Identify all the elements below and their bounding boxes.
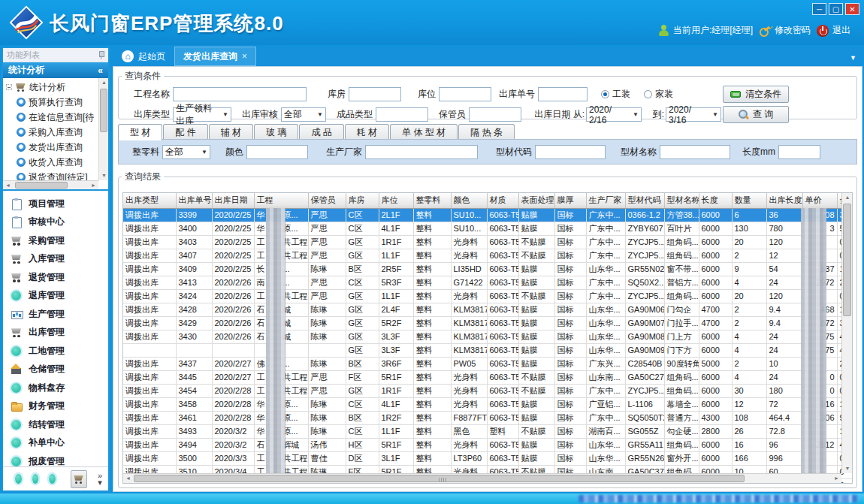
sidebar-item-出库管理[interactable]: 出库管理: [11, 323, 108, 342]
tree-item[interactable]: 采购入库查询: [6, 125, 98, 140]
column-header[interactable]: 生产厂家: [586, 193, 625, 208]
grid-row[interactable]: 调拨出库34582020/2/28华原...陈琳C区4L1F整料光身料6063-…: [123, 397, 853, 411]
grid-row[interactable]: 调拨出库34132020/2/26南...严思C区5R3F整料G71422606…: [123, 276, 853, 289]
tab-close-icon[interactable]: ×: [242, 51, 247, 62]
column-header[interactable]: 库位: [379, 193, 413, 208]
column-header[interactable]: 保管员: [308, 193, 346, 208]
column-header[interactable]: 出库类型: [123, 193, 176, 208]
grid-row[interactable]: 调拨出库34932020/3/2华原...陈琳C区1L1F整料黑色塑料不贴膜国标…: [123, 424, 853, 438]
radio-off-icon[interactable]: [644, 90, 652, 98]
grid-horizontal-scrollbar[interactable]: ◄ ►: [123, 473, 841, 483]
tree-horizontal-scrollbar[interactable]: ◄ ►: [3, 180, 98, 189]
cart-module-button[interactable]: [71, 470, 87, 488]
date-to-picker[interactable]: 2020/ 3/16▼: [666, 107, 721, 122]
pin-icon[interactable]: [98, 51, 104, 59]
sidebar-section-header[interactable]: 统计分析 «: [3, 62, 108, 78]
grid-row[interactable]: 调拨出库35002020/3/3工共工程曹佳D区3L1F整料LT3P606063…: [123, 451, 853, 465]
material-tab-3[interactable]: 辅 材: [209, 124, 253, 140]
scroll-up-arrow[interactable]: ▲: [99, 78, 108, 87]
grid-row[interactable]: 调拨出库34292020/2/26石城陈琳G区5R2F整料KLM38176063…: [123, 316, 853, 330]
scroll-up-arrow[interactable]: ▲: [842, 193, 853, 202]
tree-item[interactable]: 预算执行查询: [6, 95, 98, 110]
material-tab-8[interactable]: 隔 热 条: [458, 124, 515, 140]
sidebar-item-仓储管理[interactable]: 仓储管理: [11, 360, 108, 379]
more-modules-button[interactable]: »▾: [98, 472, 102, 486]
grid-row[interactable]: 调拨出库34282020/2/26石城陈琳G区2L4F整料KLM38176063…: [123, 303, 853, 316]
scroll-down-arrow[interactable]: ▼: [842, 464, 853, 473]
sidebar-item-生产管理[interactable]: 生产管理: [11, 305, 108, 324]
sidebar-item-物料盘存[interactable]: 物料盘存: [11, 379, 108, 397]
column-header[interactable]: 单价: [802, 193, 837, 208]
grid-row[interactable]: 调拨出库34372020/2/27佛...陈琳B区3R6F整料PW056063-…: [123, 357, 853, 370]
tree-item[interactable]: 收货入库查询: [6, 155, 98, 170]
sidebar-item-采购管理[interactable]: 采购管理: [11, 231, 108, 250]
tree-root-statistics[interactable]: 统计分析: [6, 80, 98, 95]
grid-row[interactable]: 调拨出库34452020/2/27工共工程严思F区5R1F整料光身料6063-T…: [123, 370, 853, 384]
sidebar-item-结转管理[interactable]: 结转管理: [11, 415, 108, 434]
column-header[interactable]: 表面处理: [518, 193, 554, 208]
material-tab-7[interactable]: 单 体 型 材: [390, 124, 458, 140]
logout-button[interactable]: 退出: [817, 24, 850, 37]
radio-industrial[interactable]: 工装: [601, 88, 630, 101]
sidebar-item-报废管理[interactable]: 报废管理: [11, 452, 108, 466]
change-password-button[interactable]: 修改密码: [759, 24, 811, 37]
material-tab-5[interactable]: 成 品: [299, 124, 343, 140]
factory-input[interactable]: [365, 145, 478, 159]
product-type-input[interactable]: [376, 107, 428, 122]
material-tab-2[interactable]: 配 件: [163, 124, 207, 140]
grid-row[interactable]: 调拨出库34942020/3/2石辉城汤伟H区5R1F整料光身料6063-T5贴…: [123, 438, 853, 451]
grid-row[interactable]: 调拨出库34302020/2/26石城陈琳G区3L3F整料KLM38176063…: [123, 330, 853, 343]
scroll-right-arrow[interactable]: ►: [832, 474, 841, 483]
sidebar-item-审核中心[interactable]: 审核中心: [11, 213, 108, 231]
keeper-input[interactable]: [469, 107, 521, 122]
search-button[interactable]: 查 询: [723, 106, 789, 123]
sidebar-item-工地管理[interactable]: 工地管理: [11, 342, 108, 361]
material-tab-6[interactable]: 耗 材: [345, 124, 389, 140]
column-header[interactable]: 长度: [699, 193, 732, 208]
module-dot-icon[interactable]: [15, 474, 22, 484]
tree-item[interactable]: 发货出库查询: [6, 140, 98, 155]
profile-code-input[interactable]: [535, 145, 606, 159]
tree-item[interactable]: 在途信息查询[待: [6, 110, 98, 125]
column-header[interactable]: 材质: [487, 193, 518, 208]
column-header[interactable]: 工程: [254, 193, 308, 208]
column-header[interactable]: 颜色: [451, 193, 487, 208]
radio-on-icon[interactable]: [601, 90, 609, 98]
clear-conditions-button[interactable]: 清空条件: [723, 86, 789, 103]
grid-row[interactable]: 调拨出库34242020/2/26工共工程严思G区1L1F整料光身料6063-T…: [123, 289, 853, 303]
audit-select[interactable]: 全部▼: [281, 107, 326, 122]
sidebar-item-项目管理[interactable]: 项目管理: [11, 195, 108, 213]
column-header[interactable]: 库房: [346, 193, 379, 208]
sidebar-item-退货管理[interactable]: 退货管理: [11, 268, 108, 287]
warehouse-input[interactable]: [349, 87, 401, 101]
material-tab-1[interactable]: 型 材: [118, 124, 162, 140]
sidebar-item-入库管理[interactable]: 入库管理: [11, 249, 108, 268]
material-tab-4[interactable]: 玻 璃: [254, 124, 298, 140]
module-dot-icon[interactable]: [32, 474, 39, 484]
grid-row[interactable]: 调拨出库34002020/2/25华原...严思C区4L1F整料SU10...6…: [123, 222, 853, 235]
column-header[interactable]: 型材代码: [625, 193, 664, 208]
color-input[interactable]: [246, 145, 308, 159]
column-header[interactable]: 型材名称: [664, 193, 699, 208]
collapse-icon[interactable]: «: [98, 65, 103, 76]
scroll-right-arrow[interactable]: ►: [89, 181, 98, 190]
grid-row[interactable]: 调拨出库34092020/2/25长...陈琳B区2R5F整料LI35HD606…: [123, 262, 853, 276]
date-from-picker[interactable]: 2020/ 2/16▼: [586, 107, 642, 122]
column-header[interactable]: 出库日期: [212, 193, 254, 208]
grid-row[interactable]: 调拨出库33992020/2/25华原...严思C区2L1F整料SU10...6…: [123, 208, 853, 222]
tree-expander-icon[interactable]: [6, 84, 12, 90]
radio-home-deco[interactable]: 家装: [644, 88, 673, 101]
grid-row[interactable]: 调拨出库34542020/2/28工共工程严思G区1R1F整料光身料6063-T…: [123, 384, 853, 397]
scroll-left-arrow[interactable]: ◄: [123, 474, 133, 483]
scroll-left-arrow[interactable]: ◄: [3, 181, 13, 190]
grid-row[interactable]: 调拨出库34072020/2/25工共工程严思G区1L1F整料光身料6063-T…: [123, 249, 853, 262]
close-button[interactable]: ✕: [845, 3, 859, 15]
whole-part-select[interactable]: 全部▼: [162, 145, 210, 159]
tree-vertical-scrollbar[interactable]: ▲ ▼: [98, 78, 108, 180]
tab-list-caret-icon[interactable]: ▼: [850, 47, 862, 66]
grid-row[interactable]: 调拨出库34032020/2/25工共工程严思G区1R1F整料光身料6063-T…: [123, 235, 853, 249]
module-dot-icon[interactable]: [49, 474, 56, 484]
sidebar-item-补单中心[interactable]: 补单中心: [11, 433, 108, 452]
location-input[interactable]: [439, 87, 491, 101]
sidebar-item-退库管理[interactable]: 退库管理: [11, 286, 108, 305]
